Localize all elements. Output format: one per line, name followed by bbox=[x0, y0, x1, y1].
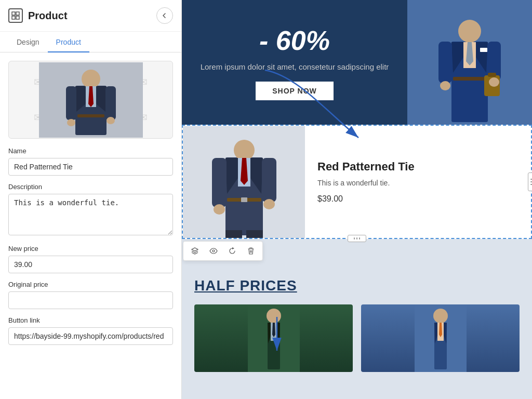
hero-section: - 60% Lorem ipsum dolor sit amet, conset… bbox=[182, 0, 532, 125]
tab-product[interactable]: Product bbox=[48, 32, 89, 52]
name-label: Name bbox=[8, 147, 173, 155]
svg-point-35 bbox=[234, 140, 255, 161]
product-image-area bbox=[183, 126, 305, 238]
name-input[interactable] bbox=[8, 158, 173, 176]
tabs-bar: Design Product bbox=[0, 32, 181, 52]
original-price-input[interactable] bbox=[8, 291, 173, 309]
svg-rect-43 bbox=[212, 158, 227, 207]
product-card[interactable]: Red Patterned Tie This is a wonderful ti… bbox=[182, 125, 532, 239]
product-suit-svg bbox=[183, 126, 305, 238]
original-price-field-group: Original price bbox=[8, 281, 173, 309]
svg-rect-11 bbox=[77, 114, 104, 117]
svg-rect-0 bbox=[12, 12, 15, 15]
refresh-icon[interactable] bbox=[225, 244, 240, 258]
product-preview-svg bbox=[39, 62, 143, 138]
svg-rect-48 bbox=[246, 230, 263, 238]
product-desc-display: This is a wonderful tie. bbox=[317, 179, 518, 187]
hero-subtitle: Lorem ipsum dolor sit amet, consetetur s… bbox=[201, 61, 389, 72]
delete-icon[interactable] bbox=[244, 244, 258, 258]
half-prices-section: HALF PRICES bbox=[182, 262, 532, 380]
original-price-label: Original price bbox=[8, 281, 173, 288]
product-thumb-green bbox=[194, 304, 353, 372]
resize-handle-horizontal[interactable] bbox=[348, 235, 366, 242]
svg-point-32 bbox=[489, 77, 499, 87]
hero-left: - 60% Lorem ipsum dolor sit amet, conset… bbox=[182, 0, 407, 125]
name-field-group: Name bbox=[8, 147, 173, 176]
half-prices-title: HALF PRICES bbox=[194, 277, 520, 294]
svg-rect-42 bbox=[241, 197, 247, 202]
svg-point-58 bbox=[433, 309, 448, 323]
eye-icon[interactable] bbox=[206, 244, 221, 258]
svg-rect-1 bbox=[16, 12, 19, 15]
svg-rect-30 bbox=[488, 73, 496, 77]
back-button[interactable] bbox=[156, 7, 173, 24]
product-grid bbox=[194, 304, 520, 372]
svg-point-51 bbox=[267, 309, 281, 323]
left-panel: Product Design Product ✉✉✉ ✉✉ bbox=[0, 0, 182, 399]
canvas-content: - 60% Lorem ipsum dolor sit amet, conset… bbox=[182, 0, 532, 399]
shop-now-button[interactable]: SHOP NOW bbox=[256, 82, 334, 100]
svg-point-6 bbox=[82, 70, 100, 88]
new-price-input[interactable] bbox=[8, 256, 173, 273]
panel-title: Product bbox=[28, 10, 68, 22]
svg-rect-47 bbox=[225, 230, 242, 238]
new-price-field-group: New price bbox=[8, 245, 173, 273]
product-thumb-blue bbox=[361, 304, 520, 372]
panel-icon bbox=[8, 8, 23, 23]
description-label: Description bbox=[8, 183, 173, 191]
svg-rect-13 bbox=[105, 86, 116, 120]
svg-point-31 bbox=[440, 81, 450, 90]
svg-marker-63 bbox=[439, 323, 442, 337]
description-input[interactable]: This is a wonderful tie. bbox=[8, 194, 173, 235]
hero-suit-svg bbox=[407, 0, 532, 125]
form-section: Name Description This is a wonderful tie… bbox=[0, 147, 181, 354]
svg-point-14 bbox=[67, 119, 75, 126]
product-price-display: $39.00 bbox=[317, 194, 518, 204]
svg-rect-27 bbox=[438, 42, 452, 83]
product-info-area: Red Patterned Tie This is a wonderful ti… bbox=[305, 126, 531, 238]
svg-point-45 bbox=[214, 204, 225, 215]
svg-rect-12 bbox=[66, 86, 76, 120]
new-price-label: New price bbox=[8, 245, 173, 252]
svg-point-18 bbox=[458, 20, 481, 43]
button-link-input[interactable] bbox=[8, 327, 173, 345]
hero-discount: - 60% bbox=[259, 25, 330, 56]
panel-header: Product bbox=[0, 0, 181, 32]
svg-rect-24 bbox=[453, 77, 486, 81]
svg-rect-2 bbox=[12, 16, 15, 19]
description-field-group: Description This is a wonderful tie. bbox=[8, 183, 173, 237]
button-link-label: Button link bbox=[8, 316, 173, 324]
svg-rect-44 bbox=[262, 158, 276, 202]
button-link-field-group: Button link bbox=[8, 316, 173, 345]
svg-point-15 bbox=[107, 117, 115, 124]
svg-point-49 bbox=[212, 250, 215, 252]
resize-handle-vertical[interactable] bbox=[528, 172, 532, 191]
tab-design[interactable]: Design bbox=[8, 32, 48, 52]
svg-rect-3 bbox=[16, 16, 19, 19]
product-name-display: Red Patterned Tie bbox=[317, 160, 518, 174]
hero-right bbox=[407, 0, 532, 125]
layers-icon[interactable] bbox=[188, 244, 202, 258]
svg-rect-23 bbox=[480, 48, 487, 52]
element-toolbar bbox=[183, 241, 263, 261]
main-canvas: - 60% Lorem ipsum dolor sit amet, conset… bbox=[182, 0, 532, 399]
svg-point-46 bbox=[263, 199, 275, 209]
product-image-preview: ✉✉✉ ✉✉ bbox=[8, 61, 173, 139]
svg-marker-56 bbox=[272, 323, 275, 337]
panel-header-left: Product bbox=[8, 8, 68, 23]
